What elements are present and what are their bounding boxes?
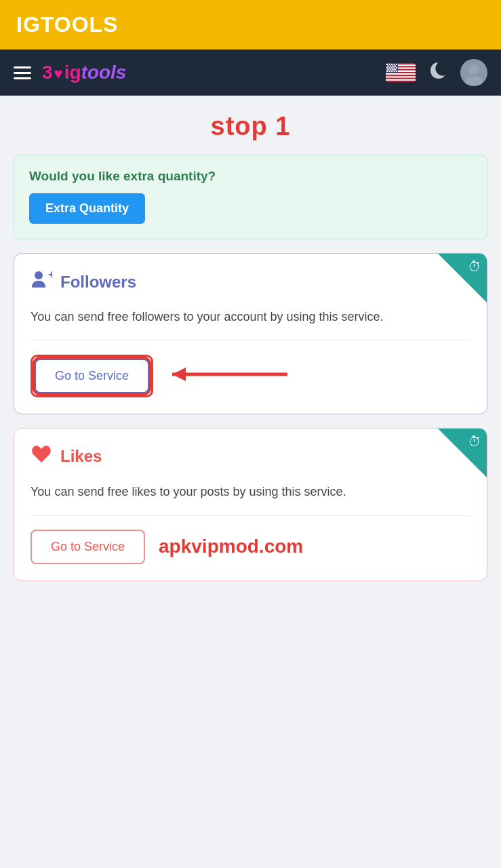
extra-quantity-banner: Would you like extra quantity? Extra Qua… — [14, 155, 487, 239]
svg-point-12 — [396, 64, 397, 65]
svg-point-16 — [395, 65, 396, 66]
svg-point-24 — [392, 68, 393, 70]
likes-card-title: Likes — [60, 447, 102, 466]
svg-point-26 — [386, 71, 388, 72]
followers-card-divider — [31, 340, 470, 341]
stop-label: stop 1 — [14, 112, 487, 141]
logo-heart-icon: ♥ — [54, 65, 63, 82]
svg-point-18 — [388, 67, 390, 68]
svg-point-11 — [393, 64, 395, 65]
likes-card-description: You can send free likes to your posts by… — [31, 482, 470, 502]
likes-card-divider — [31, 515, 470, 516]
followers-btn-highlight: Go to Service — [31, 355, 153, 397]
followers-card-title: Followers — [60, 273, 136, 292]
followers-go-to-service-button[interactable]: Go to Service — [35, 359, 149, 393]
likes-footer-row: Go to Service apkvipmod.com — [31, 530, 470, 564]
likes-heart-icon — [31, 443, 52, 470]
svg-point-10 — [391, 64, 393, 65]
followers-card-header: + Followers — [31, 269, 470, 295]
followers-ribbon-icon: ⏱ — [468, 259, 481, 275]
likes-go-to-service-button[interactable]: Go to Service — [31, 530, 145, 564]
svg-point-29 — [393, 71, 395, 72]
logo-ig-text: ig — [64, 62, 81, 83]
svg-rect-6 — [386, 79, 416, 81]
main-content: stop 1 Would you like extra quantity? Ex… — [0, 96, 501, 597]
svg-point-17 — [386, 67, 388, 68]
nav-icons — [386, 59, 487, 86]
logo-ig-part: 3 — [42, 62, 53, 83]
followers-icon: + — [31, 269, 52, 295]
likes-ribbon: ⏱ — [438, 429, 487, 477]
language-flag[interactable] — [386, 63, 416, 82]
extra-quantity-text: Would you like extra quantity? — [29, 169, 472, 184]
svg-point-31 — [469, 64, 479, 74]
svg-point-19 — [391, 67, 393, 68]
followers-card: ⏱ + Followers You can send free follower… — [14, 253, 487, 414]
svg-text:+: + — [48, 269, 52, 280]
nav-bar: 3♥igtools — [0, 50, 501, 96]
likes-card-header: Likes — [31, 443, 470, 470]
svg-point-15 — [392, 65, 393, 66]
svg-point-20 — [393, 67, 395, 68]
svg-marker-36 — [172, 368, 186, 381]
likes-card: ⏱ Likes You can send free likes to your … — [14, 428, 487, 581]
svg-rect-5 — [386, 76, 416, 77]
likes-card-body: Likes You can send free likes to your po… — [14, 429, 487, 580]
svg-point-21 — [396, 67, 397, 68]
svg-point-8 — [386, 64, 388, 65]
dark-mode-toggle[interactable] — [428, 60, 448, 85]
followers-ribbon: ⏱ — [438, 254, 487, 302]
svg-point-22 — [387, 68, 388, 70]
svg-point-27 — [388, 71, 390, 72]
likes-ribbon-icon: ⏱ — [468, 434, 481, 450]
logo-tools-text: tools — [81, 62, 127, 83]
app-title: IGTOOLS — [16, 12, 118, 37]
svg-rect-4 — [386, 73, 416, 75]
followers-card-description: You can send free followers to your acco… — [31, 307, 470, 327]
svg-point-9 — [388, 64, 390, 65]
red-arrow-icon — [165, 361, 301, 391]
hamburger-menu[interactable] — [14, 66, 31, 79]
extra-quantity-button[interactable]: Extra Quantity — [29, 193, 145, 224]
svg-point-28 — [391, 71, 393, 72]
svg-point-13 — [387, 65, 388, 66]
followers-card-body: + Followers You can send free followers … — [14, 254, 487, 414]
svg-point-30 — [396, 71, 397, 72]
svg-point-14 — [390, 65, 391, 66]
user-avatar[interactable] — [460, 59, 487, 86]
nav-logo: 3♥igtools — [42, 62, 375, 83]
svg-point-32 — [465, 76, 482, 85]
watermark-text: apkvipmod.com — [159, 536, 303, 557]
followers-action-row: Go to Service — [31, 355, 470, 397]
svg-point-23 — [390, 68, 391, 70]
top-bar: IGTOOLS — [0, 0, 501, 50]
svg-point-25 — [395, 68, 396, 70]
svg-point-33 — [35, 271, 43, 279]
